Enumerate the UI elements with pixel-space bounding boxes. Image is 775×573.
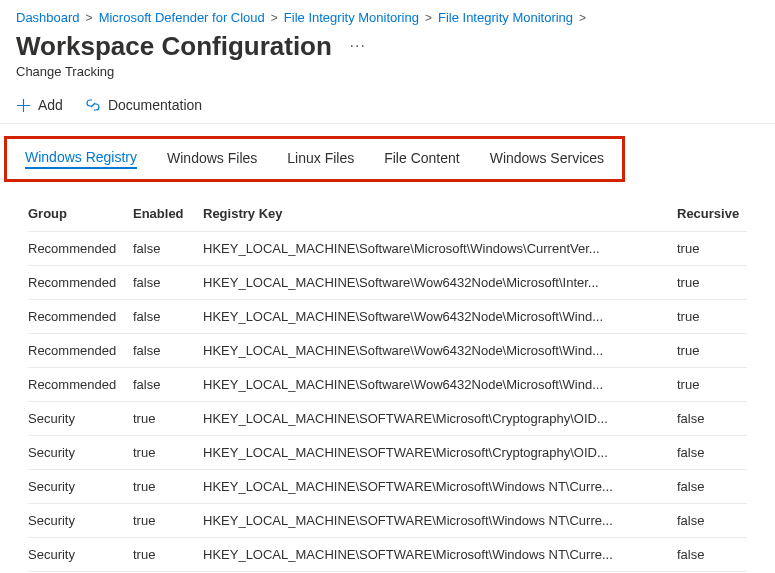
cell-recursive: false	[677, 513, 747, 528]
cell-enabled: false	[133, 377, 203, 392]
cell-group: Security	[28, 479, 133, 494]
link-icon	[85, 97, 101, 113]
cell-registry-key: HKEY_LOCAL_MACHINE\Software\Wow6432Node\…	[203, 309, 677, 324]
column-header-group[interactable]: Group	[28, 206, 133, 221]
table-header-row: Group Enabled Registry Key Recursive	[28, 200, 747, 232]
cell-registry-key: HKEY_LOCAL_MACHINE\SOFTWARE\Microsoft\Wi…	[203, 547, 677, 562]
cell-registry-key: HKEY_LOCAL_MACHINE\SOFTWARE\Microsoft\Cr…	[203, 411, 677, 426]
tab-windows-registry[interactable]: Windows Registry	[25, 149, 137, 169]
cell-recursive: true	[677, 377, 747, 392]
table-row[interactable]: SecuritytrueHKEY_LOCAL_MACHINE\SOFTWARE\…	[28, 538, 747, 572]
tabs-highlight-box: Windows Registry Windows Files Linux Fil…	[4, 136, 625, 182]
cell-registry-key: HKEY_LOCAL_MACHINE\Software\Microsoft\Wi…	[203, 241, 677, 256]
page-title: Workspace Configuration	[16, 31, 332, 62]
column-header-key[interactable]: Registry Key	[203, 206, 677, 221]
chevron-right-icon: >	[269, 11, 280, 25]
add-button[interactable]: Add	[16, 97, 63, 113]
cell-registry-key: HKEY_LOCAL_MACHINE\Software\Wow6432Node\…	[203, 343, 677, 358]
cell-recursive: true	[677, 241, 747, 256]
add-label: Add	[38, 97, 63, 113]
cell-registry-key: HKEY_LOCAL_MACHINE\SOFTWARE\Microsoft\Cr…	[203, 445, 677, 460]
cell-recursive: true	[677, 309, 747, 324]
cell-enabled: false	[133, 241, 203, 256]
cell-group: Security	[28, 513, 133, 528]
cell-group: Recommended	[28, 377, 133, 392]
documentation-label: Documentation	[108, 97, 202, 113]
table-row[interactable]: SecuritytrueHKEY_LOCAL_MACHINE\SOFTWARE\…	[28, 504, 747, 538]
cell-group: Security	[28, 411, 133, 426]
cell-group: Recommended	[28, 343, 133, 358]
cell-recursive: false	[677, 547, 747, 562]
cell-enabled: true	[133, 479, 203, 494]
cell-registry-key: HKEY_LOCAL_MACHINE\SOFTWARE\Microsoft\Wi…	[203, 479, 677, 494]
registry-table: Group Enabled Registry Key Recursive Rec…	[0, 182, 775, 573]
cell-recursive: false	[677, 479, 747, 494]
cell-group: Security	[28, 445, 133, 460]
table-row[interactable]: RecommendedfalseHKEY_LOCAL_MACHINE\Softw…	[28, 232, 747, 266]
page-subtitle: Change Tracking	[16, 64, 759, 79]
cell-group: Recommended	[28, 309, 133, 324]
cell-enabled: true	[133, 513, 203, 528]
page-header: Workspace Configuration ··· Change Track…	[0, 31, 775, 87]
tab-file-content[interactable]: File Content	[384, 150, 459, 168]
cell-enabled: false	[133, 309, 203, 324]
cell-recursive: true	[677, 275, 747, 290]
table-row[interactable]: SecuritytrueHKEY_LOCAL_MACHINE\SOFTWARE\…	[28, 436, 747, 470]
cell-group: Recommended	[28, 241, 133, 256]
plus-icon	[16, 98, 31, 113]
table-row[interactable]: RecommendedfalseHKEY_LOCAL_MACHINE\Softw…	[28, 334, 747, 368]
cell-registry-key: HKEY_LOCAL_MACHINE\SOFTWARE\Microsoft\Wi…	[203, 513, 677, 528]
cell-enabled: true	[133, 445, 203, 460]
table-row[interactable]: RecommendedfalseHKEY_LOCAL_MACHINE\Softw…	[28, 368, 747, 402]
cell-recursive: false	[677, 411, 747, 426]
toolbar: Add Documentation	[0, 87, 775, 124]
cell-registry-key: HKEY_LOCAL_MACHINE\Software\Wow6432Node\…	[203, 377, 677, 392]
cell-recursive: false	[677, 445, 747, 460]
more-menu-button[interactable]: ···	[336, 37, 366, 54]
column-header-enabled[interactable]: Enabled	[133, 206, 203, 221]
chevron-right-icon: >	[423, 11, 434, 25]
table-row[interactable]: RecommendedfalseHKEY_LOCAL_MACHINE\Softw…	[28, 266, 747, 300]
tab-windows-services[interactable]: Windows Services	[490, 150, 604, 168]
breadcrumb: Dashboard > Microsoft Defender for Cloud…	[0, 0, 775, 31]
cell-enabled: false	[133, 343, 203, 358]
cell-group: Security	[28, 547, 133, 562]
table-row[interactable]: SecuritytrueHKEY_LOCAL_MACHINE\SOFTWARE\…	[28, 470, 747, 504]
chevron-right-icon: >	[577, 11, 588, 25]
cell-registry-key: HKEY_LOCAL_MACHINE\Software\Wow6432Node\…	[203, 275, 677, 290]
tab-windows-files[interactable]: Windows Files	[167, 150, 257, 168]
tab-linux-files[interactable]: Linux Files	[287, 150, 354, 168]
table-row[interactable]: SecuritytrueHKEY_LOCAL_MACHINE\SOFTWARE\…	[28, 402, 747, 436]
chevron-right-icon: >	[84, 11, 95, 25]
breadcrumb-link[interactable]: File Integrity Monitoring	[438, 10, 573, 25]
cell-enabled: false	[133, 275, 203, 290]
tabs-container: Windows Registry Windows Files Linux Fil…	[0, 124, 775, 182]
cell-recursive: true	[677, 343, 747, 358]
breadcrumb-link[interactable]: File Integrity Monitoring	[284, 10, 419, 25]
cell-enabled: true	[133, 411, 203, 426]
column-header-recursive[interactable]: Recursive	[677, 206, 747, 221]
breadcrumb-link[interactable]: Dashboard	[16, 10, 80, 25]
breadcrumb-link[interactable]: Microsoft Defender for Cloud	[99, 10, 265, 25]
cell-group: Recommended	[28, 275, 133, 290]
documentation-link[interactable]: Documentation	[85, 97, 202, 113]
table-row[interactable]: RecommendedfalseHKEY_LOCAL_MACHINE\Softw…	[28, 300, 747, 334]
cell-enabled: true	[133, 547, 203, 562]
